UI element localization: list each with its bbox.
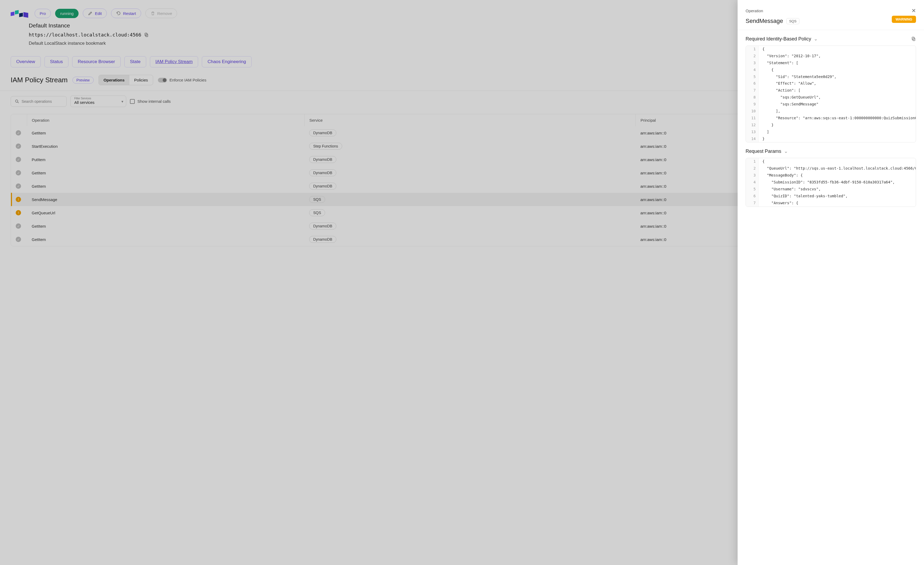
code-line: 1{ (746, 158, 916, 165)
panel-header: Operation ✕ SendMessage SQS WARNING (738, 0, 924, 30)
chevron-down-icon: ⌄ (814, 36, 818, 42)
code-line: 7 "Action": [ (746, 87, 916, 94)
code-line: 3 "MessageBody": { (746, 172, 916, 179)
code-line: 14} (746, 135, 916, 142)
params-section-header[interactable]: Request Params ⌄ (746, 142, 916, 158)
warning-badge: WARNING (892, 16, 916, 23)
policy-section-header[interactable]: Required Identity-Based Policy ⌄ (746, 30, 916, 45)
code-line: 4 "SubmissionID": "8353fd55-fb36-4dbf-91… (746, 179, 916, 186)
code-line: 5 "Username": "sdvscvs", (746, 186, 916, 193)
params-section-title: Request Params (746, 148, 781, 154)
policy-code: 1{2 "Version": "2012-10-17",3 "Statement… (746, 45, 916, 142)
code-line: 13 ] (746, 129, 916, 135)
panel-title: SendMessage (746, 18, 783, 24)
chevron-down-icon: ⌄ (784, 148, 788, 154)
svg-rect-4 (912, 37, 914, 40)
panel-service-chip: SQS (786, 18, 800, 24)
svg-rect-3 (913, 38, 915, 41)
code-line: 8 "sqs:GetQueueUrl", (746, 94, 916, 101)
detail-panel: Operation ✕ SendMessage SQS WARNING Requ… (738, 0, 924, 565)
copy-icon[interactable] (911, 36, 916, 41)
panel-body: Required Identity-Based Policy ⌄ 1{2 "Ve… (738, 30, 924, 565)
code-line: 6 "Effect": "Allow", (746, 80, 916, 87)
code-line: 1{ (746, 46, 916, 53)
code-line: 6 "QuizID": "talented-yaks-tumbled", (746, 193, 916, 200)
code-line: 9 "sqs:SendMessage" (746, 101, 916, 108)
code-line: 4 { (746, 67, 916, 73)
code-line: 2 "Version": "2012-10-17", (746, 53, 916, 60)
code-line: 11 "Resource": "arn:aws:sqs:us-east-1:00… (746, 115, 916, 122)
code-line: 5 "Sid": "Statementa5ee8d29", (746, 73, 916, 80)
params-code: 1{2 "QueueUrl": "http://sqs.us-east-1.lo… (746, 158, 916, 207)
code-line: 12 } (746, 122, 916, 129)
panel-subtitle: Operation (746, 9, 763, 13)
code-line: 2 "QueueUrl": "http://sqs.us-east-1.loca… (746, 165, 916, 172)
policy-section-title: Required Identity-Based Policy (746, 36, 811, 42)
close-icon[interactable]: ✕ (912, 7, 916, 14)
code-line: 7 "Answers": { (746, 200, 916, 207)
code-line: 10 ], (746, 108, 916, 115)
code-line: 3 "Statement": [ (746, 60, 916, 67)
